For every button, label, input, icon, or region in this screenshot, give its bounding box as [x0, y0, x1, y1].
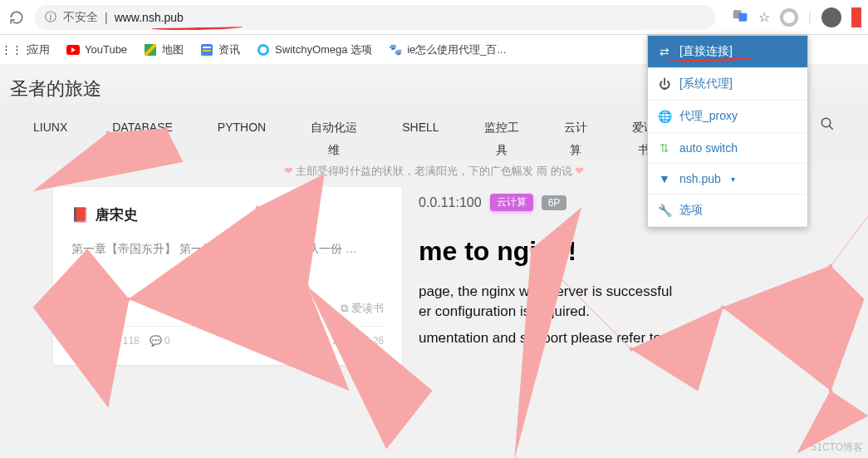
user-icon: 👤 — [71, 335, 84, 347]
heart-icon: ❤ — [284, 165, 293, 177]
translate-icon[interactable] — [732, 7, 748, 27]
nav-cloud[interactable]: 云计算 — [564, 116, 587, 160]
badge-6p[interactable]: 6P — [542, 195, 567, 210]
bookmark-news[interactable]: 资讯 — [200, 42, 240, 57]
nav-ops[interactable]: 自动化运维 — [311, 116, 357, 160]
switch-icon: ⇅ — [658, 141, 671, 155]
switchyomega-icon — [257, 43, 270, 57]
so-item-domain[interactable]: ▼nsh.pub▾ — [648, 164, 807, 195]
watermark: 51CTO博客 — [812, 441, 863, 455]
not-secure-label: 不安全 — [63, 10, 98, 25]
wrench-icon: 🔧 — [658, 204, 671, 217]
bookmark-label: 应用 — [28, 42, 50, 57]
book-icon: 📕 — [71, 206, 89, 224]
nav-shell[interactable]: SHELL — [402, 116, 439, 139]
post-excerpt: 第一章【帝国东升】 第一章：帝国东升我们也从一份 … — [71, 238, 384, 286]
funnel-icon: ▼ — [658, 172, 671, 185]
window-edge — [851, 7, 861, 27]
post-title: 📕唐宋史 — [71, 205, 384, 224]
omnibar-actions: ☆ | — [732, 7, 861, 27]
bookmark-label: 资讯 — [218, 42, 240, 57]
maps-icon — [144, 43, 157, 57]
heart-icon: ❤ — [575, 165, 584, 177]
post-meta: 👤nsh 👁 118 💬 0 🕑 2019-05-26 — [71, 326, 384, 347]
post-category[interactable]: ⧉ 爱读书 — [71, 301, 384, 316]
browser-omnibar: ⓘ 不安全 | www.nsh.pub ☆ | — [0, 0, 868, 35]
bookmark-label: SwitchyOmega 选项 — [275, 42, 372, 57]
so-item-options[interactable]: 🔧选项 — [648, 195, 807, 227]
nav-monitor[interactable]: 监控工具 — [484, 116, 519, 160]
post-card[interactable]: 📕唐宋史 第一章【帝国东升】 第一章：帝国东升我们也从一份 … ⧉ 爱读书 👤n… — [53, 187, 402, 365]
address-bar[interactable]: ⓘ 不安全 | www.nsh.pub — [35, 5, 715, 30]
clock-icon: 🕑 — [317, 335, 330, 347]
url-text: www.nsh.pub — [115, 11, 184, 24]
nginx-org-link[interactable]: n — [665, 330, 673, 346]
extension-switchyomega-icon[interactable] — [780, 8, 798, 27]
eye-icon: 👁 — [110, 335, 120, 347]
nav-database[interactable]: DATABASE — [112, 116, 173, 139]
so-item-system[interactable]: ⏻[系统代理] — [648, 68, 807, 101]
so-item-proxy[interactable]: 🌐代理_proxy — [648, 101, 807, 133]
svg-rect-5 — [203, 47, 211, 48]
chevron-down-icon: ▾ — [731, 175, 735, 184]
profile-avatar-icon[interactable] — [821, 7, 841, 27]
nginx-paragraph-1: page, the nginx web server is successful… — [419, 282, 809, 322]
bookmark-apps[interactable]: ⋮⋮⋮应用 — [10, 42, 50, 57]
badge-cloud[interactable]: 云计算 — [490, 194, 533, 211]
divider: | — [105, 11, 108, 24]
post-comments[interactable]: 💬 0 — [150, 335, 170, 347]
info-icon: ⓘ — [45, 10, 56, 25]
power-icon: ⏻ — [658, 77, 671, 91]
bookmark-switchyomega[interactable]: SwitchyOmega 选项 — [257, 42, 372, 57]
comment-icon: 💬 — [150, 335, 162, 347]
bookmark-label: YouTube — [85, 43, 127, 56]
post-author[interactable]: 👤nsh — [71, 335, 100, 347]
nginx-paragraph-2: umentation and support please refer to n — [419, 328, 809, 348]
copy-icon: ⧉ — [341, 302, 348, 314]
so-item-label: 选项 — [679, 203, 703, 218]
bookmark-ieproxy[interactable]: 🐾ie怎么使用代理_百... — [389, 42, 506, 57]
bookmark-youtube[interactable]: YouTube — [66, 43, 127, 57]
baidu-icon: 🐾 — [389, 43, 402, 57]
reload-icon[interactable] — [7, 7, 27, 27]
nav-linux[interactable]: LIUNX — [33, 116, 67, 139]
svg-rect-1 — [738, 12, 747, 21]
svg-rect-6 — [203, 50, 211, 52]
so-item-direct[interactable]: ⇄[直接连接] — [648, 36, 807, 68]
so-item-label: 代理_proxy — [679, 109, 738, 124]
news-icon — [200, 43, 213, 57]
apps-icon: ⋮⋮⋮ — [10, 43, 23, 57]
globe-icon: 🌐 — [658, 110, 671, 123]
bookmark-label: 地图 — [162, 42, 184, 57]
star-icon[interactable]: ☆ — [758, 9, 770, 25]
so-item-label: nsh.pub — [679, 172, 721, 185]
so-item-label: [系统代理] — [679, 76, 733, 91]
post-views: 👁 118 — [110, 335, 139, 347]
nginx-welcome-heading: me to nginx! — [419, 236, 809, 267]
nav-python[interactable]: PYTHON — [218, 116, 266, 139]
so-item-label: auto switch — [679, 141, 738, 155]
svg-point-7 — [821, 118, 831, 127]
direct-icon: ⇄ — [658, 45, 671, 58]
switchyomega-popup: ⇄[直接连接] ⏻[系统代理] 🌐代理_proxy ⇅auto switch ▼… — [647, 35, 808, 228]
bookmark-maps[interactable]: 地图 — [144, 42, 184, 57]
post-date: 🕑 2019-05-26 — [317, 335, 384, 347]
search-icon[interactable] — [820, 116, 835, 139]
ip-text: 0.0.11:100 — [419, 195, 482, 210]
so-item-auto-switch[interactable]: ⇅auto switch — [648, 133, 807, 164]
marquee-text: 主部受得时什益的状狀，老满阳光，下的广色幅发 雨 的说 — [296, 165, 571, 177]
bookmark-label: ie怎么使用代理_百... — [407, 42, 506, 57]
youtube-icon — [66, 43, 80, 57]
separator: | — [808, 10, 812, 25]
